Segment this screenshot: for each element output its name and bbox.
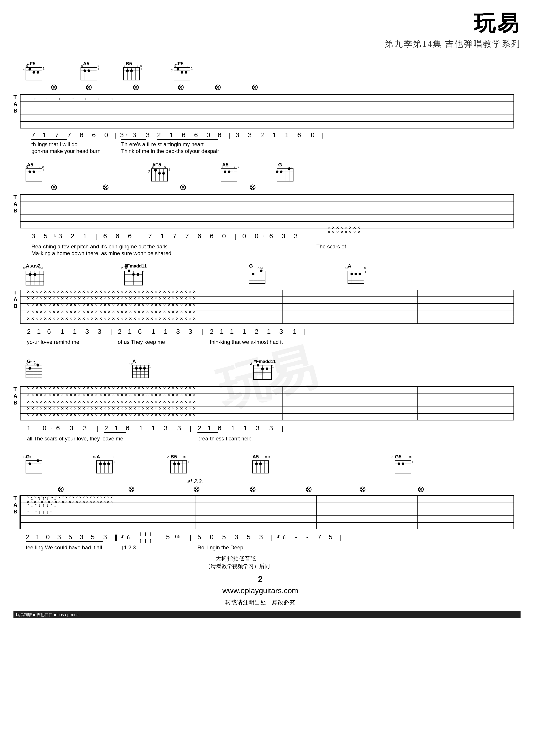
svg-text:×: ×	[26, 64, 28, 68]
svg-text:of us They   keep    me: of us They keep me	[118, 339, 165, 345]
svg-text:Asus2: Asus2	[26, 263, 40, 269]
svg-text:↑ ↑ ↑: ↑ ↑ ↑	[139, 537, 152, 544]
svg-text:1: 1	[161, 232, 164, 240]
svg-text:6: 6	[103, 232, 107, 240]
svg-text:6: 6	[80, 131, 84, 139]
svg-text:www.eplayguitars.com: www.eplayguitars.com	[222, 586, 298, 595]
svg-text:0: 0	[210, 533, 214, 541]
svg-text:6: 6	[217, 131, 221, 139]
svg-text:#F5: #F5	[175, 61, 184, 67]
svg-text:A: A	[13, 101, 17, 107]
svg-text:A: A	[132, 359, 136, 364]
svg-text:7: 7	[173, 232, 177, 240]
svg-text:|: |	[190, 534, 191, 541]
svg-text:1: 1	[114, 424, 118, 432]
svg-point-432	[107, 462, 110, 465]
svg-point-240	[128, 270, 130, 272]
svg-text:×: ×	[26, 165, 28, 169]
page: 玩易 玩易 第九季第14集 吉他弹唱教学系列 #F5 2	[0, 0, 534, 756]
svg-text:1: 1	[273, 131, 276, 139]
svg-text:A5: A5	[83, 61, 89, 67]
svg-text:⊗: ⊗	[251, 82, 259, 92]
svg-text:5: 5	[247, 533, 251, 541]
svg-text:3: 3	[164, 424, 167, 432]
svg-point-359	[261, 367, 264, 370]
svg-text:×: ×	[123, 64, 125, 68]
svg-text:1: 1	[113, 460, 115, 464]
svg-text:↓: ↓	[98, 96, 100, 101]
svg-text:1: 1	[43, 67, 45, 70]
svg-text:× × × × × × × ×: × × × × × × × ×	[328, 229, 360, 235]
svg-text:#F5: #F5	[27, 61, 36, 67]
svg-point-59	[181, 71, 183, 74]
svg-text:gon-na make your head burn: gon-na make your head burn	[31, 148, 101, 154]
svg-text:⊗: ⊗	[249, 182, 256, 192]
svg-text:⊗: ⊗	[214, 82, 221, 92]
svg-text:×: ×	[164, 165, 166, 169]
svg-text:○: ○	[249, 266, 251, 270]
svg-text:6: 6	[47, 328, 51, 335]
svg-text:T: T	[13, 386, 17, 392]
svg-text:3: 3	[259, 533, 263, 541]
svg-text:6: 6	[297, 131, 301, 139]
svg-text:⊗: ⊗	[57, 484, 64, 494]
svg-text:⊗: ⊗	[305, 484, 312, 494]
svg-text:⊗: ⊗	[249, 484, 256, 494]
svg-text:7: 7	[148, 232, 152, 240]
svg-text:×: ×	[152, 165, 154, 169]
svg-text:1: 1	[293, 328, 297, 335]
svg-point-10	[33, 71, 35, 74]
svg-text:×: ×	[137, 64, 138, 68]
svg-point-242	[137, 273, 139, 276]
svg-text:×: ×	[187, 64, 189, 68]
svg-text:3: 3	[269, 424, 273, 432]
svg-text:6: 6	[197, 232, 201, 240]
chord-a-1: A ×○ 1 ×	[344, 263, 367, 284]
svg-text:3: 3	[85, 328, 89, 335]
svg-text:1: 1	[220, 328, 224, 335]
svg-text:大拇指拍低音弦: 大拇指拍低音弦	[216, 555, 256, 562]
svg-point-254	[252, 273, 254, 275]
svg-text:⊗: ⊗	[177, 82, 185, 92]
svg-point-142	[158, 172, 161, 175]
svg-text:×××: ×××	[265, 455, 270, 459]
svg-text:3: 3	[57, 533, 61, 541]
svg-text:2: 2	[258, 575, 263, 584]
svg-point-29	[84, 69, 86, 72]
svg-text:×: ×	[38, 165, 40, 169]
svg-text:×: ×	[395, 455, 396, 459]
svg-text:⊗: ⊗	[128, 484, 135, 494]
svg-text:6: 6	[210, 232, 214, 240]
svg-text:1: 1	[412, 460, 414, 464]
chord-b5-1: B5 1 × × ×	[123, 61, 142, 80]
svg-text:𝄋: 𝄋	[277, 534, 280, 539]
svg-text:×: ×	[221, 165, 223, 169]
svg-text:0: 0	[255, 232, 259, 240]
svg-text:A: A	[13, 201, 17, 207]
svg-point-358	[257, 364, 259, 366]
svg-text:×: ×	[268, 360, 269, 363]
svg-text:×○: ×○	[129, 362, 133, 365]
svg-text:|: |	[282, 425, 283, 432]
svg-text:2: 2	[27, 328, 31, 335]
svg-text:1: 1	[73, 328, 77, 335]
svg-text:○: ○	[278, 165, 279, 169]
svg-text:#Fmadd11: #Fmadd11	[124, 263, 147, 268]
svg-text:•: •	[50, 426, 52, 430]
svg-text:（请看教学视频学习）后同: （请看教学视频学习）后同	[205, 563, 270, 569]
chord-a-2: A ×○ 1 ×	[129, 359, 151, 378]
svg-point-173	[276, 171, 278, 173]
svg-point-420	[37, 459, 39, 462]
svg-text:×: ×	[174, 64, 176, 68]
svg-text:↑: ↑	[34, 96, 36, 101]
svg-text:1: 1	[36, 533, 40, 541]
svg-text:0: 0	[104, 131, 108, 139]
svg-point-458	[259, 462, 262, 465]
svg-text:5: 5	[222, 533, 226, 541]
svg-text:5: 5	[91, 533, 95, 541]
svg-text:1: 1	[208, 424, 211, 432]
svg-text:0: 0	[222, 232, 226, 240]
svg-text:1: 1	[231, 424, 235, 432]
svg-text:0: 0	[43, 424, 46, 432]
svg-text:|: |	[270, 534, 272, 541]
